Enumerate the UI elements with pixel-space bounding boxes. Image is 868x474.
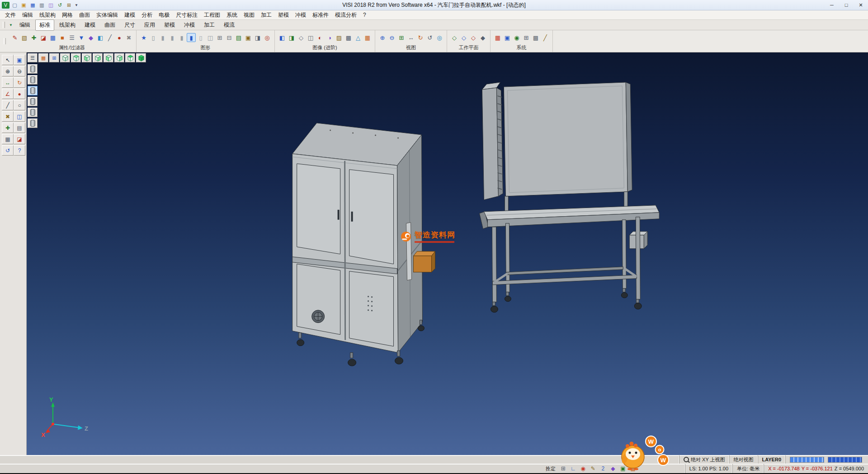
point-tool-icon[interactable]: ● — [14, 89, 25, 99]
layer-cell[interactable]: LAYER0 — [758, 455, 785, 464]
absolute-view-cell[interactable]: 绝对视图 — [729, 455, 758, 464]
vis-solid-icon[interactable] — [28, 64, 38, 74]
graph-cylinder-d-icon[interactable]: ▯ — [196, 33, 205, 42]
view-mode-cell[interactable]: 绝对 XY 上视图 — [679, 455, 729, 464]
attr-edit-icon[interactable]: ✎ — [10, 33, 19, 42]
menu-item[interactable]: 工程图 — [201, 10, 223, 20]
menu-item[interactable]: 视图 — [241, 10, 258, 20]
view-left-cube[interactable] — [104, 53, 113, 62]
render-options-icon[interactable]: ▦ — [38, 53, 48, 62]
system-grid-icon[interactable]: ⊞ — [522, 33, 531, 42]
view-top-cube[interactable] — [71, 53, 81, 62]
previous-view-icon[interactable]: ↺ — [425, 33, 434, 42]
units-cell[interactable]: 单位: 毫米 — [732, 464, 764, 473]
model-scene[interactable]: Y Z X — [27, 52, 868, 455]
system-shear-icon[interactable]: ╱ — [541, 33, 550, 42]
pan-icon[interactable]: ↔ — [406, 33, 415, 42]
maximize-button[interactable]: □ — [839, 0, 854, 10]
vis-wireframe-icon[interactable] — [28, 86, 38, 95]
zoom-out-icon[interactable]: ⊖ — [387, 33, 396, 42]
view-shaded-cube[interactable] — [136, 53, 146, 62]
grid-snap-icon[interactable]: ⊞ — [559, 465, 567, 472]
view-front-cube[interactable] — [82, 53, 92, 62]
menu-item[interactable]: 网格 — [59, 10, 76, 20]
close-button[interactable]: ✕ — [854, 0, 868, 10]
graph-gridbox-icon[interactable]: ⊞ — [215, 33, 224, 42]
new-document-icon[interactable]: ▢ — [11, 2, 19, 9]
image-shadow-icon[interactable]: ▩ — [344, 33, 353, 42]
filter-surfaces-icon[interactable]: ◧ — [96, 33, 105, 42]
attr-linetype-icon[interactable]: ☰ — [67, 33, 76, 42]
redraw-icon[interactable]: ◎ — [435, 33, 444, 42]
filter-wireframe-icon[interactable]: ╱ — [105, 33, 114, 42]
toolbar-tab[interactable]: 建模 — [80, 19, 99, 31]
system-display-icon[interactable]: ▣ — [503, 33, 512, 42]
select-window-icon[interactable]: ▣ — [14, 55, 25, 65]
view-back-cube[interactable] — [114, 53, 124, 62]
toolbar-tab[interactable]: 编辑 — [15, 19, 34, 31]
machine-workbench[interactable] — [479, 82, 659, 313]
menu-item[interactable]: 标准件 — [309, 10, 332, 20]
pan-view-icon[interactable]: ↔ — [2, 77, 14, 88]
graph-cylinder-a-icon[interactable]: ▮ — [158, 33, 167, 42]
mirror-icon[interactable]: ◫ — [14, 111, 25, 122]
image-hiddenline-icon[interactable]: ◫ — [306, 33, 315, 42]
graph-cylinder-b-icon[interactable]: ▮ — [168, 33, 177, 42]
attr-layers-icon[interactable]: ▦ — [48, 33, 57, 42]
graph-minusbox-icon[interactable]: ⊟ — [225, 33, 234, 42]
graph-target-icon[interactable]: ◎ — [263, 33, 272, 42]
menu-item[interactable]: 实体编辑 — [93, 10, 121, 20]
image-wireframe-icon[interactable]: ◇ — [297, 33, 306, 42]
menu-item[interactable]: 建模 — [121, 10, 138, 20]
attr-color-icon[interactable]: ■ — [58, 33, 67, 42]
workplane-top-icon[interactable]: ◇ — [450, 33, 459, 42]
filter-points-icon[interactable]: ● — [115, 33, 124, 42]
measure-icon[interactable]: ∠ — [2, 89, 14, 99]
machine-assembly-cabinet[interactable] — [292, 123, 435, 366]
image-texture-icon[interactable]: ▨ — [335, 33, 344, 42]
print-icon[interactable]: ▥ — [38, 2, 46, 9]
filter-clear-icon[interactable]: ✖ — [124, 33, 133, 42]
toolbar-tab[interactable]: 塑模 — [160, 19, 179, 31]
toolbar-tab[interactable]: 曲面 — [100, 19, 119, 31]
filter-dropdown-icon[interactable]: ▼ — [77, 33, 86, 42]
attr-brush-icon[interactable]: ▧ — [20, 33, 29, 42]
image-perspective-icon[interactable]: △ — [354, 33, 363, 42]
info-tool-icon[interactable]: ? — [14, 145, 25, 156]
graph-prism-icon[interactable]: ◨ — [253, 33, 262, 42]
toolbar-tab[interactable]: 标准 — [35, 19, 54, 31]
visi-logo-icon[interactable]: V — [2, 2, 9, 9]
system-matrix-icon[interactable]: ▩ — [531, 33, 540, 42]
menu-item[interactable]: 文件 — [2, 10, 19, 20]
minimize-button[interactable]: ─ — [825, 0, 839, 10]
image-transparency-icon[interactable]: ◑ — [325, 33, 334, 42]
vis-mesh-icon[interactable] — [28, 118, 38, 128]
select-icon[interactable]: ↖ — [2, 55, 14, 65]
line-tool-icon[interactable]: ╱ — [2, 100, 14, 110]
lifebuoy-icon[interactable]: ◉ — [579, 465, 587, 472]
array-icon[interactable]: ▦ — [2, 134, 14, 144]
quick-access-dropdown-icon[interactable]: ▼ — [73, 3, 80, 7]
settings-icon[interactable]: ⊞ — [65, 2, 73, 9]
toolbar-grip[interactable] — [3, 22, 5, 28]
zoom-fit-icon[interactable]: ⊞ — [397, 33, 406, 42]
vis-point-icon[interactable] — [28, 97, 38, 106]
toolbar-grip[interactable] — [4, 38, 6, 44]
menu-item[interactable]: 加工 — [258, 10, 275, 20]
system-palette-icon[interactable]: ▦ — [493, 33, 502, 42]
move-icon[interactable]: ✚ — [2, 123, 14, 133]
snap-toggle[interactable]: 拴定 — [543, 465, 558, 472]
vis-surface-icon[interactable] — [28, 75, 38, 85]
toolbar-tab[interactable]: 尺寸 — [120, 19, 139, 31]
menu-item[interactable]: 冲模 — [292, 10, 309, 20]
attr-erase-icon[interactable]: ◪ — [39, 33, 48, 42]
menu-item[interactable]: 曲面 — [76, 10, 93, 20]
edit-mode-icon[interactable]: ✎ — [589, 465, 597, 472]
graph-stack-icon[interactable]: ▤ — [234, 33, 243, 42]
rotate-view-icon[interactable]: ↻ — [416, 33, 425, 42]
vis-annotation-icon[interactable] — [28, 108, 38, 117]
zoom-dynamic-icon[interactable]: ⊖ — [14, 66, 25, 76]
orbit-icon[interactable]: ↻ — [14, 77, 25, 88]
grid-toggle-icon[interactable]: ⊞ — [49, 53, 59, 62]
tab-strip-menu-icon[interactable]: ▼ — [7, 21, 15, 29]
